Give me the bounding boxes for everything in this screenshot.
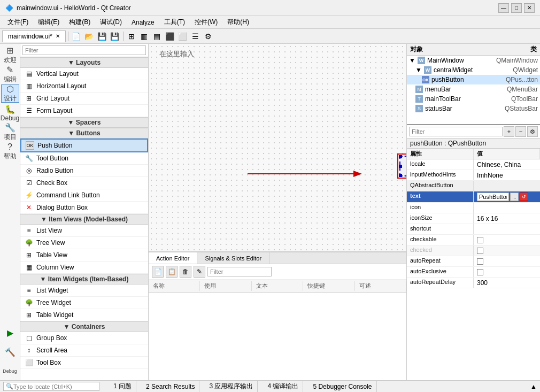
sidebar-debug[interactable]: 🐛 Debug bbox=[1, 104, 19, 122]
toolbar-layout6[interactable]: ☰ bbox=[190, 30, 202, 42]
prop-row-text[interactable]: text ... ↺ bbox=[407, 191, 540, 203]
toolbar-layout7[interactable]: ⚙ bbox=[203, 30, 214, 42]
prop-value-checked[interactable] bbox=[474, 245, 540, 256]
checkbox-autorepeat[interactable] bbox=[477, 258, 483, 265]
menu-build[interactable]: 构建(B) bbox=[65, 17, 95, 28]
tab-mainwindow[interactable]: mainwindow.ui* ✕ bbox=[2, 30, 66, 42]
sidebar-help[interactable]: ? 帮助 bbox=[1, 142, 19, 160]
sidebar-design[interactable]: ⬡ 设计 bbox=[1, 84, 19, 103]
widget-tool-button[interactable]: 🔧 Tool Button bbox=[20, 152, 148, 165]
widget-table-widget[interactable]: ⊞ Table Widget bbox=[20, 309, 148, 321]
prop-value-autoexclusive[interactable] bbox=[474, 267, 540, 277]
prop-text-input[interactable] bbox=[477, 193, 509, 201]
widget-push-button[interactable]: OK Push Button bbox=[20, 139, 148, 152]
widget-column-view[interactable]: ▦ Column View bbox=[20, 262, 148, 274]
action-copy-btn[interactable]: 📋 bbox=[166, 266, 178, 278]
tab-close-icon[interactable]: ✕ bbox=[56, 33, 60, 39]
prop-filter-add[interactable]: + bbox=[504, 126, 514, 137]
prop-value-checkable[interactable] bbox=[474, 235, 540, 245]
toolbar-layout2[interactable]: ▥ bbox=[138, 30, 150, 42]
status-app-output[interactable]: 3 应用程序输出 bbox=[205, 381, 258, 392]
widget-check-box[interactable]: ☑ Check Box bbox=[20, 177, 148, 189]
status-problems[interactable]: 1 问题 bbox=[109, 381, 136, 392]
widget-vertical-layout[interactable]: ▤ Vertical Layout bbox=[20, 68, 148, 80]
widget-table-view[interactable]: ⊞ Table View bbox=[20, 249, 148, 262]
toolbar-layout3[interactable]: ▤ bbox=[151, 30, 163, 42]
menu-edit[interactable]: 编辑(E) bbox=[34, 17, 64, 28]
action-filter-input[interactable] bbox=[207, 267, 272, 276]
menu-analyze[interactable]: Analyze bbox=[127, 18, 159, 27]
expand-central[interactable]: ▼ bbox=[415, 66, 422, 74]
prop-filter-remove[interactable]: − bbox=[515, 126, 526, 137]
prop-title: pushButton : QPushButton bbox=[407, 139, 540, 149]
widget-command-link[interactable]: ⚡ Command Link Button bbox=[20, 189, 148, 202]
handle-bl[interactable] bbox=[399, 174, 402, 177]
widget-grid-layout[interactable]: ⊞ Grid Layout bbox=[20, 93, 148, 105]
toolbar-save-all[interactable]: 💾 bbox=[109, 30, 121, 42]
tab-signals-slots[interactable]: Signals & Slots Editor bbox=[197, 252, 269, 264]
status-arrow-up[interactable]: ▲ bbox=[530, 383, 537, 390]
toolbar-layout5[interactable]: ⬜ bbox=[177, 30, 189, 42]
action-new-btn[interactable]: 📄 bbox=[152, 266, 164, 278]
menu-file[interactable]: 文件(F) bbox=[3, 17, 33, 28]
minimize-button[interactable]: — bbox=[498, 3, 509, 13]
menu-tools[interactable]: 工具(T) bbox=[160, 17, 189, 28]
widget-horizontal-layout[interactable]: ▥ Horizontal Layout bbox=[20, 80, 148, 93]
prop-value-autorepeat[interactable] bbox=[474, 256, 540, 266]
widget-tool-box[interactable]: ⬜ Tool Box bbox=[20, 357, 148, 369]
menu-controls[interactable]: 控件(W) bbox=[190, 17, 222, 28]
widget-tree-view[interactable]: 🌳 Tree View bbox=[20, 237, 148, 249]
menu-help[interactable]: 帮助(H) bbox=[223, 17, 253, 28]
handle-tl[interactable] bbox=[399, 155, 402, 158]
widget-filter-input[interactable] bbox=[22, 45, 146, 55]
checkbox-autoexclusive[interactable] bbox=[477, 269, 483, 275]
handle-ml[interactable] bbox=[399, 165, 402, 168]
widget-list-view[interactable]: ≡ List View bbox=[20, 225, 148, 237]
toolbar-layout4[interactable]: ⬛ bbox=[164, 30, 176, 42]
sidebar-run[interactable]: ▶ bbox=[1, 324, 19, 342]
close-button[interactable]: ✕ bbox=[524, 3, 535, 13]
widget-dialog-button-box[interactable]: ✕ Dialog Button Box bbox=[20, 202, 148, 214]
prop-text-reset[interactable]: ↺ bbox=[520, 193, 528, 201]
prop-filter-settings[interactable]: ⚙ bbox=[527, 126, 538, 137]
obj-row-centralwidget[interactable]: ▼ W centralWidget QWidget bbox=[407, 65, 540, 75]
sidebar-welcome[interactable]: ⊞ 欢迎 bbox=[1, 46, 19, 64]
prop-value-text[interactable]: ... ↺ bbox=[474, 191, 540, 202]
obj-row-maintoolbar[interactable]: T mainToolBar QToolBar bbox=[407, 94, 540, 104]
tab-action-editor[interactable]: Action Editor bbox=[149, 252, 197, 264]
status-search-input[interactable] bbox=[13, 383, 83, 390]
col-use: 使用 bbox=[200, 281, 251, 291]
widget-tree-widget[interactable]: 🌳 Tree Widget bbox=[20, 297, 148, 309]
obj-row-mainwindow[interactable]: ▼ W MainWindow QMainWindow bbox=[407, 56, 540, 65]
expand-mainwindow[interactable]: ▼ bbox=[409, 57, 415, 64]
widget-scroll-area[interactable]: ↕ Scroll Area bbox=[20, 344, 148, 357]
toolbar-save[interactable]: 💾 bbox=[96, 30, 108, 42]
menu-debug[interactable]: 调试(D) bbox=[96, 17, 126, 28]
status-compile-output[interactable]: 4 编译输出 bbox=[263, 381, 303, 392]
toolbar-open[interactable]: 📂 bbox=[83, 30, 95, 42]
designer-canvas[interactable]: 在这里输入 PushButton bbox=[149, 44, 406, 252]
checkbox-checkable[interactable] bbox=[477, 237, 483, 243]
sidebar-projects[interactable]: 🔧 项目 bbox=[1, 123, 19, 141]
obj-row-menubar[interactable]: M menuBar QMenuBar bbox=[407, 84, 540, 94]
action-edit-btn[interactable]: ✎ bbox=[194, 266, 205, 278]
widget-list-widget[interactable]: ≡ List Widget bbox=[20, 285, 148, 297]
toolbar-new[interactable]: 📄 bbox=[71, 30, 82, 42]
checkbox-checked[interactable] bbox=[477, 248, 483, 254]
widget-form-layout[interactable]: ☰ Form Layout bbox=[20, 105, 148, 117]
widget-radio-button[interactable]: ◎ Radio Button bbox=[20, 165, 148, 177]
prop-text-ellipsis[interactable]: ... bbox=[510, 193, 519, 201]
pushbutton-widget[interactable]: PushButton bbox=[399, 156, 406, 176]
status-search-results[interactable]: 2 Search Results bbox=[142, 381, 199, 392]
action-delete-btn[interactable]: 🗑 bbox=[180, 266, 191, 278]
obj-row-statusbar[interactable]: S statusBar QStatusBar bbox=[407, 104, 540, 113]
sidebar-debug-run[interactable]: Debug bbox=[1, 362, 19, 380]
maximize-button[interactable]: □ bbox=[511, 3, 522, 13]
widget-group-box[interactable]: ▢ Group Box bbox=[20, 332, 148, 344]
status-debugger[interactable]: 5 Debugger Console bbox=[308, 381, 376, 392]
prop-filter-input[interactable] bbox=[409, 127, 503, 136]
toolbar-layout1[interactable]: ⊞ bbox=[126, 30, 137, 42]
sidebar-edit[interactable]: ✎ 编辑 bbox=[1, 65, 19, 83]
obj-row-pushbutton[interactable]: OK pushButton QPus...tton bbox=[407, 75, 540, 84]
sidebar-build[interactable]: 🔨 bbox=[1, 343, 19, 361]
